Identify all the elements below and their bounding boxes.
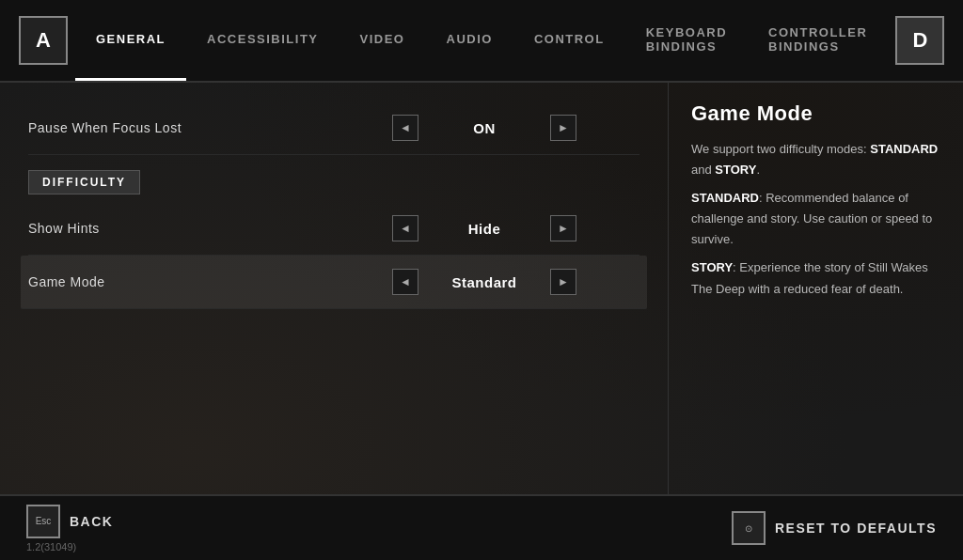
show-hints-label: Show Hints <box>28 221 329 236</box>
info-description: We support two difficulty modes: STANDAR… <box>691 139 940 300</box>
back-label: BACK <box>70 514 113 529</box>
left-panel: Pause When Focus Lost ◄ ON ► DIFFICULTY … <box>0 83 668 494</box>
difficulty-section-header: DIFFICULTY <box>28 170 639 194</box>
nav-tab-accessibility[interactable]: ACCESSIBILITY <box>186 0 339 81</box>
reset-icon: ⊙ <box>732 511 766 545</box>
version-label: 1.2(31049) <box>26 541 113 552</box>
reset-label: RESET TO DEFAULTS <box>775 521 937 536</box>
show-hints-control: ◄ Hide ► <box>329 215 639 241</box>
nav-tab-video[interactable]: VIDEO <box>339 0 426 81</box>
show-hints-value: Hide <box>437 221 531 237</box>
bottom-left-group: Esc BACK 1.2(31049) <box>26 505 113 552</box>
pause-focus-value: ON <box>437 120 531 136</box>
game-mode-right-arrow[interactable]: ► <box>550 269 576 295</box>
back-icon: Esc <box>26 505 60 538</box>
bottom-bar: Esc BACK 1.2(31049) ⊙ RESET TO DEFAULTS <box>0 494 963 560</box>
show-hints-right-arrow[interactable]: ► <box>550 215 576 241</box>
game-mode-label: Game Mode <box>28 274 329 289</box>
game-mode-control: ◄ Standard ► <box>329 269 639 295</box>
pause-focus-control: ◄ ON ► <box>329 115 639 141</box>
show-hints-left-arrow[interactable]: ◄ <box>392 215 418 241</box>
difficulty-tag: DIFFICULTY <box>28 170 140 194</box>
left-avatar: A <box>19 16 68 65</box>
nav-tab-control[interactable]: CONTROL <box>513 0 625 81</box>
pause-focus-label: Pause When Focus Lost <box>28 120 329 135</box>
main-content: Pause When Focus Lost ◄ ON ► DIFFICULTY … <box>0 83 963 494</box>
pause-focus-left-arrow[interactable]: ◄ <box>392 115 418 141</box>
game-mode-value: Standard <box>437 274 531 290</box>
back-button[interactable]: Esc BACK <box>26 505 113 538</box>
info-title: Game Mode <box>691 101 940 126</box>
pause-focus-row: Pause When Focus Lost ◄ ON ► <box>28 101 639 155</box>
top-nav: A GENERALACCESSIBILITYVIDEOAUDIOCONTROLK… <box>0 0 963 83</box>
right-panel: Game Mode We support two difficulty mode… <box>668 83 963 494</box>
reset-defaults-button[interactable]: ⊙ RESET TO DEFAULTS <box>732 511 937 545</box>
pause-focus-right-arrow[interactable]: ► <box>550 115 576 141</box>
show-hints-row: Show Hints ◄ Hide ► <box>28 202 639 256</box>
nav-tab-general[interactable]: GENERAL <box>75 0 186 81</box>
right-avatar: D <box>895 16 944 65</box>
game-mode-left-arrow[interactable]: ◄ <box>392 269 418 295</box>
page-wrapper: A GENERALACCESSIBILITYVIDEOAUDIOCONTROLK… <box>0 0 963 560</box>
nav-tab-audio[interactable]: AUDIO <box>426 0 513 81</box>
game-mode-row[interactable]: Game Mode ◄ Standard ► <box>21 256 647 309</box>
nav-tabs: GENERALACCESSIBILITYVIDEOAUDIOCONTROLKEY… <box>75 0 888 81</box>
nav-tab-keyboard-bindings[interactable]: KEYBOARD BINDINGS <box>625 0 748 81</box>
nav-tab-controller-bindings[interactable]: CONTROLLER BINDINGS <box>748 0 888 81</box>
